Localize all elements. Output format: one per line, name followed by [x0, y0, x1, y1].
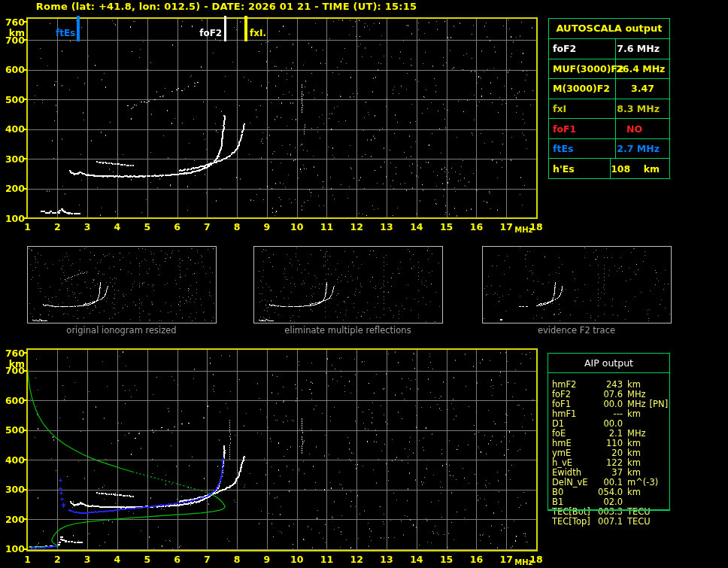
x-tick-label: 7 — [204, 222, 211, 232]
x-tick-label: 4 — [114, 222, 121, 232]
marker-label-foF2: foF2 — [193, 29, 222, 38]
x-tick-label: 12 — [350, 222, 363, 232]
x-tick-label: 9 — [264, 554, 271, 564]
y-tick-label: 200 — [2, 184, 25, 193]
autoscala-row-label: foF2 — [549, 39, 616, 59]
autoscala-screen: Rome (lat: +41.8, lon: 012.5) - DATE: 20… — [0, 0, 728, 568]
x-tick-label: 12 — [350, 554, 363, 564]
aip-unit: TECU — [627, 517, 651, 527]
autoscala-table-rows: foF27.6 MHzMUF(3000)F226.4 MHzM(3000)F23… — [549, 39, 669, 178]
x-axis-unit-label: MHz — [514, 557, 532, 567]
y-tick-label: 300 — [2, 154, 25, 164]
x-tick-label: 9 — [264, 222, 271, 232]
autoscala-row-value: 3.47 — [616, 79, 669, 99]
x-tick-label: 5 — [144, 222, 150, 232]
autoscala-row-label: ftEs — [549, 139, 616, 159]
x-tick-label: 2 — [54, 554, 61, 564]
aip-unit: km — [627, 488, 641, 497]
aip-unit: km — [627, 409, 641, 419]
x-tick-label: 1 — [24, 222, 31, 232]
y-tick-label: 760 — [2, 348, 25, 358]
aip-output-table: AIP output hmF2243kmfoF207.6MHzfoF100.0M… — [548, 353, 670, 511]
aip-table-bottom-border — [548, 509, 670, 511]
autoscala-table-title: AUTOSCALA output — [549, 19, 669, 39]
x-tick-label: 6 — [174, 222, 180, 232]
autoscala-row-label: MUF(3000)F2 — [549, 59, 616, 79]
autoscala-row-value: 7.6 MHz — [616, 39, 669, 59]
autoscala-row-label: h'Es — [549, 159, 611, 178]
autoscala-row-label: M(3000)F2 — [549, 79, 616, 99]
autoscala-row-value: NO — [616, 119, 669, 138]
thumbnail-caption: evidence F2 trace — [538, 325, 615, 336]
y-tick-label: 600 — [2, 65, 25, 74]
autoscala-row-value: 26.4 MHz — [616, 59, 675, 79]
y-axis-unit-label: km — [2, 28, 25, 38]
y-tick-label: 500 — [2, 95, 25, 105]
x-tick-label: 3 — [84, 222, 91, 232]
x-tick-label: 11 — [320, 554, 333, 564]
x-tick-label: 10 — [290, 554, 303, 564]
x-tick-label: 13 — [380, 554, 393, 564]
autoscala-row-M3000F2: M(3000)F23.47 — [549, 79, 669, 99]
autoscala-row-label: fxI — [549, 99, 616, 119]
page-title: Rome (lat: +41.8, lon: 012.5) - DATE: 20… — [27, 1, 426, 12]
y-tick-label: 100 — [2, 544, 25, 554]
aip-table-rows: hmF2243kmfoF207.6MHzfoF100.0MHz[PN]hmF1-… — [548, 380, 669, 527]
thumbnail-caption: original ionogram resized — [66, 325, 176, 336]
x-tick-label: 16 — [470, 222, 483, 232]
autoscala-output-table: AUTOSCALA output foF27.6 MHzMUF(3000)F22… — [548, 18, 670, 179]
autoscala-row-label: foF1 — [549, 119, 616, 138]
y-tick-label: 600 — [2, 396, 25, 405]
x-tick-label: 8 — [234, 222, 241, 232]
x-tick-label: 13 — [380, 222, 393, 232]
x-tick-label: 10 — [290, 222, 303, 232]
x-tick-label: 16 — [470, 554, 483, 564]
y-tick-label: 500 — [2, 425, 25, 435]
y-axis-unit-label: km — [2, 359, 25, 369]
x-tick-label: 8 — [234, 554, 241, 564]
x-axis-unit-label: MHz — [514, 225, 532, 235]
autoscala-row-ftEs: ftEs2.7 MHz — [549, 139, 669, 159]
autoscala-row-value: 108 km — [611, 159, 669, 178]
x-tick-label: 11 — [320, 222, 333, 232]
x-tick-label: 14 — [410, 222, 423, 232]
x-tick-label: 17 — [500, 554, 513, 564]
aip-table-title: AIP output — [548, 354, 669, 373]
autoscala-row-value: 8.3 MHz — [616, 99, 669, 119]
autoscala-row-foF1: foF1NO — [549, 119, 669, 139]
x-tick-label: 15 — [440, 554, 453, 564]
x-tick-label: 4 — [114, 554, 121, 564]
x-tick-label: 6 — [174, 554, 180, 564]
y-tick-label: 100 — [2, 214, 25, 223]
x-tick-label: 2 — [54, 222, 61, 232]
autoscala-row-hEs: h'Es108 km — [549, 159, 669, 178]
autoscala-row-foF2: foF27.6 MHz — [549, 39, 669, 59]
thumbnail-caption: eliminate multiple reflections — [284, 325, 411, 336]
y-tick-label: 200 — [2, 515, 25, 524]
x-tick-label: 7 — [204, 554, 211, 564]
marker-label-ftEs: ftEs — [47, 29, 75, 38]
x-tick-label: 5 — [144, 554, 150, 564]
autoscala-row-fxI: fxI8.3 MHz — [549, 99, 669, 120]
aip-extra: [PN] — [650, 399, 669, 409]
y-tick-label: 760 — [2, 17, 25, 27]
x-tick-label: 3 — [84, 554, 91, 564]
y-tick-label: 400 — [2, 455, 25, 465]
autoscala-row-value: 2.7 MHz — [616, 139, 669, 159]
y-tick-label: 400 — [2, 124, 25, 134]
x-tick-label: 17 — [500, 222, 513, 232]
marker-label-fxI: fxI. — [250, 29, 266, 38]
x-tick-label: 14 — [410, 554, 423, 564]
x-tick-label: 1 — [24, 554, 31, 564]
y-tick-label: 300 — [2, 484, 25, 494]
aip-label: TEC[Top] — [548, 517, 591, 527]
aip-value: 007.1 — [591, 517, 623, 527]
x-tick-label: 15 — [440, 222, 453, 232]
aip-row-TECTop: TEC[Top]007.1TECU — [548, 517, 669, 527]
autoscala-row-MUF3000F2: MUF(3000)F226.4 MHz — [549, 59, 669, 80]
